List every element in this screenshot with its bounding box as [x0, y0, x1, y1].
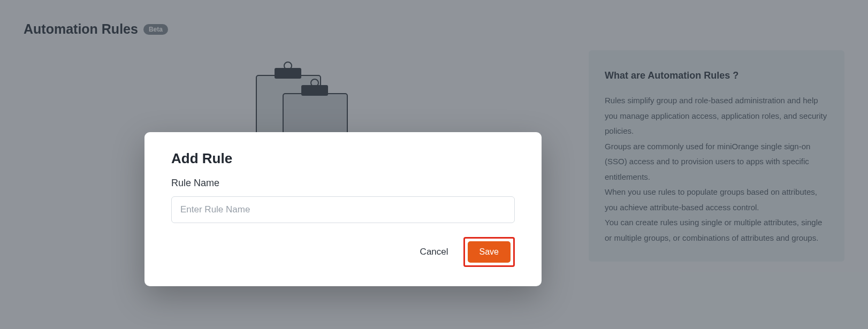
- save-button[interactable]: Save: [468, 241, 511, 263]
- add-rule-modal: Add Rule Rule Name Cancel Save: [144, 132, 542, 286]
- cancel-button[interactable]: Cancel: [420, 247, 448, 257]
- rule-name-label: Rule Name: [171, 178, 515, 189]
- modal-actions: Cancel Save: [171, 237, 515, 267]
- modal-title: Add Rule: [171, 150, 515, 167]
- save-highlight-box: Save: [463, 237, 515, 267]
- rule-name-input[interactable]: [171, 196, 515, 223]
